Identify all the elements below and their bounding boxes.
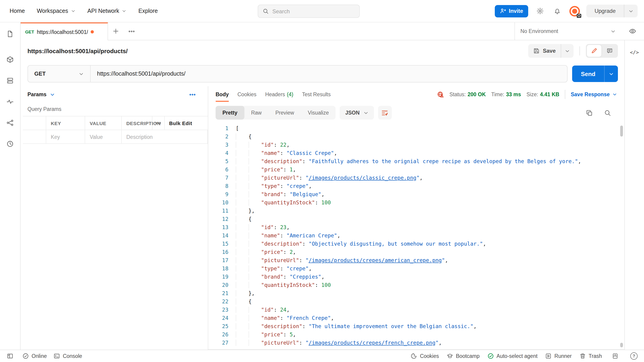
request-builder: GET Send <box>20 61 624 86</box>
notifications-button[interactable] <box>552 6 563 17</box>
response-tab-test-results[interactable]: Test Results <box>302 86 331 103</box>
code-line: 26 "price": 5, <box>208 330 624 339</box>
param-value-input[interactable]: Value <box>85 130 122 144</box>
line-number: 6 <box>208 165 236 174</box>
line-number: 15 <box>208 240 236 248</box>
comment-icon <box>606 48 613 54</box>
environment-quick-look-button[interactable] <box>621 23 644 40</box>
response-tab-headers[interactable]: Headers (4) <box>265 86 294 103</box>
line-number: 23 <box>208 306 236 314</box>
code-text: [ <box>236 124 624 132</box>
runner-button[interactable]: Runner <box>545 353 572 359</box>
sidebar-item-flows[interactable] <box>4 117 16 128</box>
scrollbar-corner[interactable] <box>620 343 623 347</box>
save-button[interactable]: Save <box>528 44 561 58</box>
code-text: "name": "French Crepe", <box>236 314 624 322</box>
floppy-disk-icon <box>533 48 540 54</box>
comments-button[interactable] <box>602 45 617 57</box>
chevron-down-icon[interactable] <box>50 92 55 97</box>
chevron-down-icon <box>122 9 126 13</box>
check-circle-icon <box>22 353 29 359</box>
code-line: 23 "id": 24, <box>208 306 624 314</box>
search-icon <box>604 109 611 116</box>
nav-api-network[interactable]: API Network <box>88 8 126 14</box>
account-avatar[interactable] <box>570 6 580 16</box>
format-wrap-button[interactable] <box>378 106 392 120</box>
upgrade-menu-button[interactable] <box>624 5 638 18</box>
view-mode-pretty[interactable]: Pretty <box>216 106 244 120</box>
response-tab-body[interactable]: Body <box>216 86 229 103</box>
save-options-button[interactable] <box>561 44 574 58</box>
request-tab[interactable]: GET https://localhost:5001/ <box>20 23 108 40</box>
trash-button[interactable]: Trash <box>580 353 602 359</box>
code-text: "description": "Faithfully adheres to th… <box>236 157 624 165</box>
network-warning-icon[interactable] <box>437 91 444 98</box>
upgrade-button[interactable]: Upgrade <box>586 5 624 18</box>
request-url-input[interactable] <box>91 66 567 82</box>
code-text: "quantityInStock": 100 <box>236 281 624 289</box>
graduation-cap-icon <box>447 353 453 359</box>
param-description-input[interactable]: Description <box>122 130 208 144</box>
view-mode-preview[interactable]: Preview <box>268 106 301 120</box>
response-size[interactable]: Size:4.41 KB <box>526 92 559 97</box>
two-pane-view-button[interactable] <box>610 350 621 361</box>
query-params-row: Key Value Description <box>23 130 208 144</box>
new-tab-button[interactable] <box>108 23 124 40</box>
send-button[interactable]: Send <box>572 66 604 82</box>
nav-workspaces[interactable]: Workspaces <box>37 8 76 14</box>
nav-home[interactable]: Home <box>10 8 25 14</box>
send-options-button[interactable] <box>604 66 618 82</box>
response-tab-cookies[interactable]: Cookies <box>238 86 256 103</box>
help-button[interactable]: ? <box>628 350 640 361</box>
cookie-icon <box>411 353 417 359</box>
search-response-button[interactable] <box>602 107 613 118</box>
bulk-edit-button[interactable]: Bulk Edit <box>164 116 208 130</box>
row-drag-handle[interactable] <box>23 130 46 144</box>
settings-button[interactable] <box>534 6 546 17</box>
code-text: "brand": "Creppies", <box>236 273 624 281</box>
line-number: 26 <box>208 330 236 339</box>
cookies-button[interactable]: Cookies <box>411 353 439 359</box>
response-body-viewer[interactable]: 1[2 {3 "id": 22,4 "name": "Classic Crepe… <box>208 123 624 350</box>
mock-server-icon <box>6 77 14 84</box>
params-more-button[interactable] <box>189 91 196 98</box>
chevron-down-icon <box>71 9 76 13</box>
sidebar-item-history[interactable] <box>4 138 16 149</box>
vertical-scrollbar[interactable] <box>620 126 623 136</box>
code-snippet-button[interactable]: </> <box>629 47 640 58</box>
method-selector[interactable]: GET <box>28 66 91 82</box>
language-selector[interactable]: JSON <box>340 106 374 120</box>
code-text: "pictureUrl": "/images/products/crepes/f… <box>236 339 624 347</box>
global-search-input[interactable]: Search <box>258 5 360 18</box>
sidebar-item-environments[interactable] <box>4 54 16 65</box>
connection-status[interactable]: Online <box>22 353 47 359</box>
save-button-group: Save <box>528 44 574 58</box>
response-status[interactable]: Status:200 OK <box>450 92 486 97</box>
top-bar-right: Invite Upgrade <box>494 5 638 18</box>
auto-select-agent-toggle[interactable]: Auto-select agent <box>488 353 538 359</box>
flows-icon <box>6 119 14 126</box>
nav-explore[interactable]: Explore <box>138 8 158 14</box>
copy-response-button[interactable] <box>584 107 594 118</box>
line-number: 18 <box>208 264 236 273</box>
line-number: 3 <box>208 141 236 149</box>
param-key-input[interactable]: Key <box>46 130 85 144</box>
sidebar-toggle-button[interactable] <box>4 350 16 361</box>
query-params-table: KEY VALUE DESCRIPTION Bulk Edit <box>23 116 208 144</box>
sidebar-item-monitors[interactable] <box>4 96 16 107</box>
tab-options-button[interactable] <box>124 23 139 40</box>
invite-button[interactable]: Invite <box>494 5 528 17</box>
view-mode-visualize[interactable]: Visualize <box>301 106 336 120</box>
view-mode-raw[interactable]: Raw <box>244 106 268 120</box>
bootcamp-button[interactable]: Bootcamp <box>447 353 480 359</box>
environment-selector[interactable]: No Environment <box>514 23 621 40</box>
save-response-button[interactable]: Save Response <box>571 92 617 97</box>
response-time[interactable]: Time:33 ms <box>491 92 521 97</box>
console-button[interactable]: Console <box>54 353 82 359</box>
line-number: 17 <box>208 256 236 264</box>
upgrade-button-group: Upgrade <box>586 5 638 18</box>
edit-mode-button[interactable] <box>587 45 602 57</box>
sidebar-item-mock-servers[interactable] <box>4 75 16 86</box>
sidebar-item-collections[interactable] <box>4 28 16 39</box>
code-text: "description": "The ultimate improvement… <box>236 322 624 330</box>
